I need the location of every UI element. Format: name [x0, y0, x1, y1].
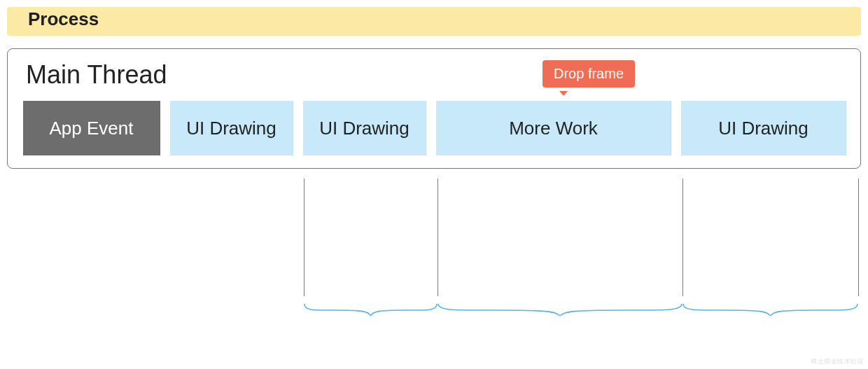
thread-block-label: More Work: [509, 118, 598, 139]
drop-frame-callout: Drop frame: [542, 60, 635, 88]
timeline: 16ms16ms16ms: [7, 169, 861, 309]
thread-block-label: App Event: [50, 118, 134, 139]
thread-title: Main Thread: [26, 60, 848, 90]
thread-block: More Work: [436, 101, 671, 155]
timeline-tick: [682, 179, 683, 296]
timeline-brace: [304, 303, 438, 316]
thread-block: App Event: [23, 101, 160, 155]
timeline-tick: [438, 179, 438, 296]
thread-block-label: UI Drawing: [319, 118, 410, 139]
thread-block: UI Drawing: [681, 101, 846, 155]
timeline-tick: [858, 179, 859, 296]
thread-block: UI Drawing: [170, 101, 293, 155]
process-title: Process: [28, 8, 99, 29]
callout-text: Drop frame: [554, 66, 624, 81]
thread-block-label: UI Drawing: [186, 118, 276, 139]
timeline-brace: [682, 303, 858, 316]
timeline-tick: [304, 179, 304, 296]
thread-block-label: UI Drawing: [718, 118, 808, 139]
main-thread-box: Main Thread Drop frame App EventUI Drawi…: [7, 48, 861, 169]
thread-blocks-row: App EventUI DrawingUI DrawingMore WorkUI…: [23, 101, 848, 155]
thread-block: UI Drawing: [303, 101, 426, 155]
timeline-brace: [438, 303, 682, 316]
process-title-bar: Process: [7, 7, 861, 36]
